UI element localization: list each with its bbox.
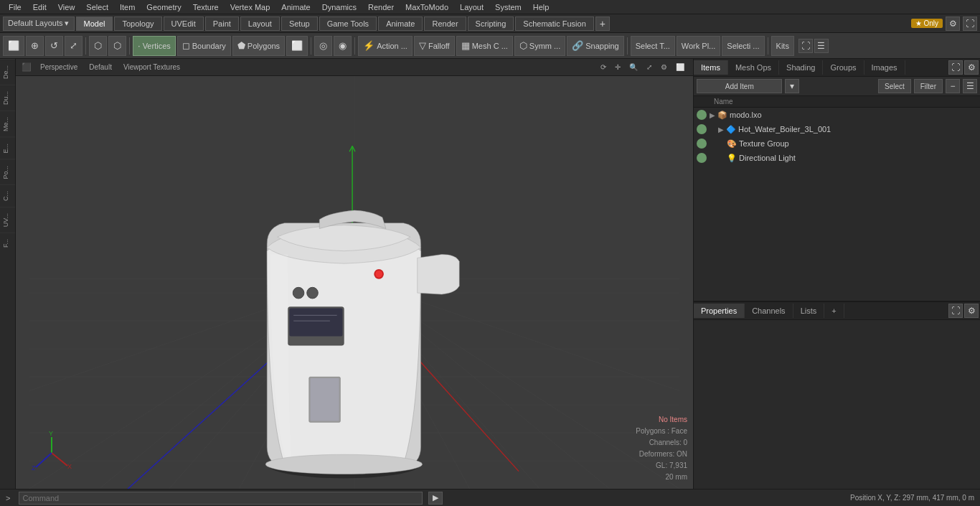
item-row-light[interactable]: 💡 Directional Light — [694, 151, 980, 165]
tool-ring-btn[interactable]: ◉ — [334, 36, 352, 56]
tab-render[interactable]: Render — [424, 17, 466, 31]
select-type-btn[interactable]: Select T... — [631, 36, 675, 56]
tab-add-prop[interactable]: + — [824, 304, 844, 318]
selection-btn[interactable]: Selecti ... — [722, 36, 764, 56]
tab-schematic-fusion[interactable]: Schematic Fusion — [515, 17, 593, 31]
tab-images[interactable]: Images — [864, 60, 905, 75]
tab-properties[interactable]: Properties — [694, 304, 745, 318]
filter-button[interactable]: Filter — [914, 79, 943, 93]
default-label[interactable]: Default — [86, 62, 115, 72]
prop-settings-btn[interactable]: ⚙ — [964, 304, 979, 318]
vp-orbit-btn[interactable]: ⟳ — [598, 62, 609, 72]
tab-layout[interactable]: Layout — [240, 17, 280, 31]
add-item-dropdown[interactable]: ▾ — [785, 79, 799, 93]
polygons-btn[interactable]: ⬟ Polygons — [232, 36, 285, 56]
symmetry-btn[interactable]: ⬡ Symm ... — [514, 36, 565, 56]
item-row-texture[interactable]: 🎨 Texture Group — [694, 136, 980, 151]
tab-game-tools[interactable]: Game Tools — [319, 17, 377, 31]
default-layouts-dropdown[interactable]: Default Layouts ▾ — [3, 17, 75, 31]
select-button[interactable]: Select — [878, 79, 911, 93]
sidebar-tab-me[interactable]: Me... — [0, 111, 15, 137]
falloff-btn[interactable]: ▽ Falloff — [414, 36, 455, 56]
prop-expand-btn[interactable]: ⛶ — [948, 304, 963, 318]
viewport-fit-btn[interactable]: ⛶ — [798, 39, 813, 53]
tool-circle-btn[interactable]: ◎ — [314, 36, 332, 56]
menu-system[interactable]: System — [489, 1, 527, 13]
command-execute-btn[interactable]: ▶ — [428, 492, 443, 505]
tab-shading[interactable]: Shading — [779, 60, 823, 75]
vp-fit-btn[interactable]: ⤢ — [644, 62, 655, 72]
menu-render[interactable]: Render — [362, 1, 400, 13]
tab-paint[interactable]: Paint — [205, 17, 239, 31]
menu-edit[interactable]: Edit — [27, 1, 52, 13]
perspective-label[interactable]: Perspective — [37, 62, 80, 72]
vp-zoom-btn[interactable]: 🔍 — [626, 62, 641, 72]
sidebar-tab-po[interactable]: Po... — [0, 159, 15, 185]
snapping-btn[interactable]: 🔗 Snapping — [567, 36, 624, 56]
layout-expand-button[interactable]: ⛶ — [963, 17, 977, 31]
eye-toggle-texture[interactable] — [697, 139, 707, 149]
component-other-btn[interactable]: ⬜ — [286, 36, 308, 56]
sidebar-tab-c[interactable]: C... — [0, 184, 15, 207]
menu-layout[interactable]: Layout — [454, 1, 489, 13]
menu-item[interactable]: Item — [114, 1, 141, 13]
tool-none-btn[interactable]: ⬜ — [3, 36, 24, 56]
menu-geometry[interactable]: Geometry — [141, 1, 187, 13]
menu-help[interactable]: Help — [527, 1, 555, 13]
expand-viewport-icon[interactable]: ⬛ — [22, 62, 32, 72]
command-input[interactable] — [19, 492, 422, 505]
menu-texture[interactable]: Texture — [187, 1, 225, 13]
menu-animate[interactable]: Animate — [275, 1, 316, 13]
item-row-boiler[interactable]: ▶ 🔷 Hot_Water_Boiler_3L_001 — [694, 122, 980, 136]
tab-uvedit[interactable]: UVEdit — [164, 17, 204, 31]
tab-lists[interactable]: Lists — [793, 304, 825, 318]
work-plane-btn[interactable]: Work Pl... — [677, 36, 720, 56]
tab-scripting[interactable]: Scripting — [468, 17, 514, 31]
menu-vertex-map[interactable]: Vertex Map — [225, 1, 276, 13]
eye-toggle-boiler[interactable] — [697, 124, 707, 134]
viewport-settings-btn[interactable]: ☰ — [814, 39, 829, 53]
viewport-canvas[interactable]: Y X Z No Items Polygons : Face Channels:… — [16, 76, 693, 489]
panel-settings-btn[interactable]: ⚙ — [964, 60, 979, 75]
tool-rotate-btn[interactable]: ↺ — [45, 36, 63, 56]
tab-groups[interactable]: Groups — [823, 60, 864, 75]
layout-settings-button[interactable]: ⚙ — [946, 17, 960, 31]
tab-topology[interactable]: Topology — [114, 17, 161, 31]
textures-label[interactable]: Viewport Textures — [121, 62, 183, 72]
action-btn[interactable]: ⚡ Action ... — [358, 36, 413, 56]
tab-setup[interactable]: Setup — [281, 17, 318, 31]
vp-settings-btn[interactable]: ⚙ — [658, 62, 670, 72]
eye-toggle-light[interactable] — [697, 153, 707, 163]
sidebar-tab-de[interactable]: De... — [0, 59, 15, 85]
menu-file[interactable]: File — [3, 1, 27, 13]
tab-items[interactable]: Items — [694, 60, 728, 75]
items-more-btn[interactable]: ☰ — [963, 79, 977, 93]
vp-maximize-btn[interactable]: ⬜ — [673, 62, 687, 72]
eye-toggle-modo[interactable] — [697, 110, 707, 120]
tab-channels[interactable]: Channels — [745, 304, 793, 318]
viewport[interactable]: ⬛ Perspective Default Viewport Textures … — [16, 59, 693, 489]
boundary-btn[interactable]: ◻ Boundary — [177, 36, 231, 56]
kits-btn[interactable]: Kits — [771, 36, 794, 56]
mode-1-btn[interactable]: ⬡ — [89, 36, 107, 56]
add-layout-button[interactable]: + — [595, 17, 610, 31]
panel-expand-btn[interactable]: ⛶ — [948, 60, 963, 75]
sidebar-tab-f[interactable]: F... — [0, 233, 15, 253]
sidebar-tab-uv[interactable]: UV... — [0, 207, 15, 233]
tool-scale-btn[interactable]: ⤢ — [65, 36, 83, 56]
menu-select[interactable]: Select — [80, 1, 114, 13]
menu-dynamics[interactable]: Dynamics — [316, 1, 362, 13]
sidebar-tab-e[interactable]: E... — [0, 137, 15, 159]
menu-view[interactable]: View — [52, 1, 81, 13]
mesh-btn[interactable]: ▦ Mesh C ... — [456, 36, 513, 56]
tab-animate[interactable]: Animate — [378, 17, 423, 31]
mode-2-btn[interactable]: ⬡ — [108, 36, 126, 56]
tab-mesh-ops[interactable]: Mesh Ops — [728, 60, 779, 75]
tab-model[interactable]: Model — [76, 17, 113, 31]
tool-move-btn[interactable]: ⊕ — [26, 36, 44, 56]
items-list[interactable]: ▶ 📦 modo.lxo ▶ 🔷 Hot_Water_Boiler_3L_001 — [694, 108, 980, 301]
expand-icon-boiler[interactable]: ▶ — [718, 126, 724, 133]
sidebar-tab-du[interactable]: Du... — [0, 85, 15, 111]
add-item-button[interactable]: Add Item — [697, 79, 782, 93]
expand-icon[interactable]: ▶ — [710, 111, 715, 119]
